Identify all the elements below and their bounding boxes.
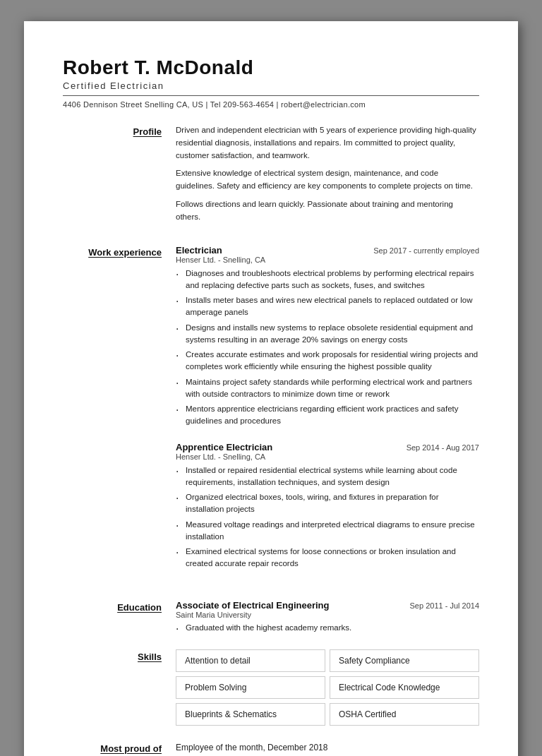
proud-content: Employee of the month, December 2018 (176, 741, 479, 755)
contact-info: 4406 Dennison Street Snelling CA, US | T… (63, 100, 479, 109)
work-label-col: Work experience (63, 245, 176, 584)
bullet: Mentors apprentice electricians regardin… (176, 403, 479, 428)
skill-item-2: Problem Solving (176, 676, 325, 699)
proud-section: Most proud of Employee of the month, Dec… (63, 741, 479, 755)
job-header-1: Electrician Sep 2017 - currently employe… (176, 245, 479, 256)
bullet: Organized electrical boxes, tools, wirin… (176, 491, 479, 516)
proud-text: Employee of the month, December 2018 (176, 741, 479, 754)
resume-header: Robert T. McDonald Certified Electrician… (63, 56, 479, 109)
edu-bullet: Graduated with the highest academy remar… (176, 622, 479, 634)
bullet: Maintains project safety standards while… (176, 376, 479, 401)
work-experience-section: Work experience Electrician Sep 2017 - c… (63, 245, 479, 584)
resume-page: Robert T. McDonald Certified Electrician… (24, 21, 518, 756)
work-content: Electrician Sep 2017 - currently employe… (176, 245, 479, 584)
job-dates-2: Sep 2014 - Aug 2017 (406, 443, 479, 452)
skills-section: Skills Attention to detail Safety Compli… (63, 649, 479, 726)
job-block-1: Electrician Sep 2017 - currently employe… (176, 245, 479, 428)
job-company-2: Henser Ltd. - Snelling, CA (176, 452, 479, 461)
job-title-2: Apprentice Electrician (176, 442, 272, 452)
skills-grid: Attention to detail Safety Compliance Pr… (176, 649, 479, 726)
profile-content: Driven and independent electrician with … (176, 124, 479, 229)
proud-label: Most proud of (100, 743, 162, 754)
edu-school-1: Saint Maria University (176, 611, 479, 619)
skills-label: Skills (138, 652, 162, 662)
edu-degree-1: Associate of Electrical Engineering (176, 600, 329, 611)
work-label: Work experience (88, 247, 162, 258)
bullet: Designs and installs new systems to repl… (176, 322, 479, 347)
job-title-1: Electrician (176, 245, 222, 256)
bullet: Creates accurate estimates and work prop… (176, 349, 479, 373)
job-header-2: Apprentice Electrician Sep 2014 - Aug 20… (176, 442, 479, 452)
profile-section: Profile Driven and independent electrici… (63, 124, 479, 229)
bullet: Examined electrical systems for loose co… (176, 546, 479, 570)
skills-label-col: Skills (63, 649, 176, 726)
skill-item-4: Blueprints & Schematics (176, 703, 325, 726)
skills-content: Attention to detail Safety Compliance Pr… (176, 649, 479, 726)
job-block-2: Apprentice Electrician Sep 2014 - Aug 20… (176, 442, 479, 570)
profile-para-3: Follows directions and learn quickly. Pa… (176, 198, 479, 224)
job-company-1: Henser Ltd. - Snelling, CA (176, 256, 479, 264)
bullet: Installs meter bases and wires new elect… (176, 294, 479, 319)
proud-label-col: Most proud of (63, 741, 176, 755)
skill-item-1: Safety Compliance (330, 649, 479, 672)
education-label: Education (117, 602, 162, 613)
edu-bullets-1: Graduated with the highest academy remar… (176, 622, 479, 634)
skill-item-3: Electrical Code Knowledge (330, 676, 479, 699)
profile-para-1: Driven and independent electrician with … (176, 124, 479, 162)
bullet: Measured voltage readings and interprete… (176, 519, 479, 544)
candidate-title: Certified Electrician (63, 80, 479, 91)
profile-label-col: Profile (63, 124, 176, 229)
profile-para-2: Extensive knowledge of electrical system… (176, 167, 479, 193)
candidate-name: Robert T. McDonald (63, 56, 479, 79)
job-bullets-2: Installed or repaired residential electr… (176, 464, 479, 570)
job-bullets-1: Diagnoses and troubleshoots electrical p… (176, 268, 479, 428)
skill-item-0: Attention to detail (176, 649, 325, 672)
job-dates-1: Sep 2017 - currently employed (373, 246, 479, 255)
education-content: Associate of Electrical Engineering Sep … (176, 600, 479, 634)
edu-header-1: Associate of Electrical Engineering Sep … (176, 600, 479, 611)
education-label-col: Education (63, 600, 176, 634)
edu-dates-1: Sep 2011 - Jul 2014 (410, 601, 479, 610)
skill-item-5: OSHA Certified (330, 703, 479, 726)
bullet: Diagnoses and troubleshoots electrical p… (176, 268, 479, 292)
profile-label: Profile (133, 126, 162, 137)
education-section: Education Associate of Electrical Engine… (63, 600, 479, 634)
bullet: Installed or repaired residential electr… (176, 464, 479, 489)
